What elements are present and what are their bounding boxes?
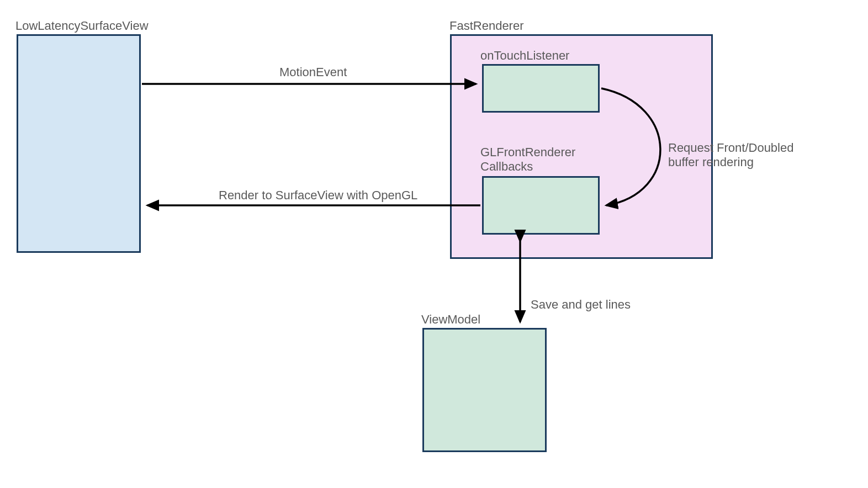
viewmodel-box xyxy=(422,328,547,452)
viewmodel-label: ViewModel xyxy=(421,312,480,327)
fastrenderer-label: FastRenderer xyxy=(449,19,524,33)
render-surface-label: Render to SurfaceView with OpenGL xyxy=(219,188,417,203)
glfront-box xyxy=(482,176,600,235)
ontouch-box xyxy=(482,64,600,113)
request-buffer-label: Request Front/Doubled buffer rendering xyxy=(668,141,793,170)
glfront-label: GLFrontRenderer Callbacks xyxy=(480,145,575,174)
ontouch-label: onTouchListener xyxy=(480,49,569,63)
lowlatency-label: LowLatencySurfaceView xyxy=(15,19,149,33)
save-lines-label: Save and get lines xyxy=(531,298,631,312)
motionevent-label: MotionEvent xyxy=(279,65,347,79)
lowlatency-box xyxy=(17,34,141,253)
